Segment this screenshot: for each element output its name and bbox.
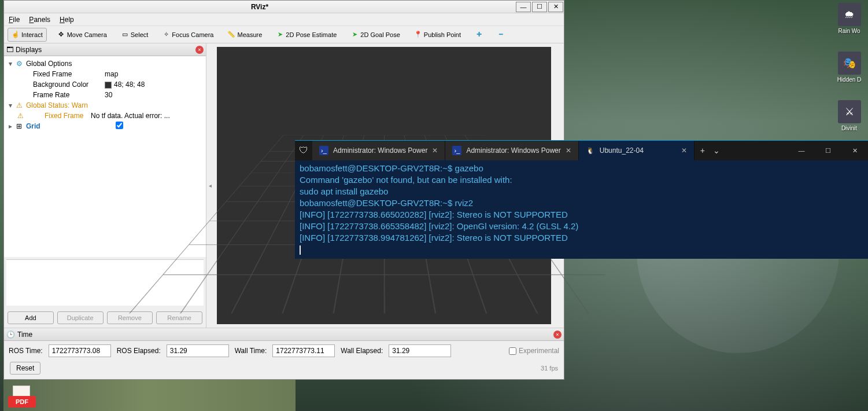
tab-close-icon[interactable]: ✕ [566,146,571,155]
maximize-button[interactable]: ☐ [532,2,547,12]
color-swatch [105,82,112,89]
move-icon: ✥ [57,31,65,39]
terminal-tabs: ›_ Administrator: Windows Power ✕ ›_ Adm… [312,141,695,160]
row-value[interactable]: 30 [105,91,204,99]
tux-icon: 🐧 [586,146,595,155]
expander-icon[interactable]: ▸ [6,122,14,130]
displays-tree[interactable]: ▾ ⚙ Global Options Fixed Frame map Backg… [4,56,206,257]
displays-title: Displays [16,46,42,54]
tab-dropdown-icon[interactable]: ⌄ [713,146,720,155]
ros-elapsed-label: ROS Elapsed: [117,347,161,355]
terminal-titlebar[interactable]: 🛡 ›_ Administrator: Windows Power ✕ ›_ A… [295,141,868,160]
pin-icon: 📍 [414,31,422,39]
time-header[interactable]: 🕒 Time × [4,328,564,341]
select-icon: ▭ [121,31,129,39]
row-label: Background Color [6,80,105,89]
close-button[interactable]: ✕ [841,141,868,160]
tool-plus[interactable]: ✚ [471,28,486,41]
window-controls: — ☐ ✕ [515,2,564,12]
tool-minus[interactable]: ━ [493,28,508,41]
panel-close-icon[interactable]: × [553,331,562,339]
menu-file[interactable]: File [9,16,20,24]
cursor-icon: ☝ [12,31,20,39]
tree-row-global-status[interactable]: ▾ ⚠ Global Status: Warn [4,100,206,111]
panel-close-icon[interactable]: × [195,46,204,54]
app-icon: ⚔ [838,100,861,123]
minus-icon: ━ [497,31,505,39]
terminal-line: [INFO] [1722773738.994781262] [rviz2]: S… [300,232,863,244]
tree-row-global-options[interactable]: ▾ ⚙ Global Options [4,58,206,69]
tool-goal-pose[interactable]: ➤2D Goal Pose [347,28,403,41]
rviz-titlebar[interactable]: RViz* — ☐ ✕ [4,1,564,13]
tree-row-grid[interactable]: ▸ ⊞ Grid [4,121,206,131]
terminal-line: [INFO] [1722773738.665020282] [rviz2]: S… [300,209,863,221]
row-value[interactable] [116,122,204,131]
tool-interact[interactable]: ☝Interact [8,28,47,42]
row-label: Fixed Frame [6,70,105,78]
tool-measure[interactable]: 📏Measure [224,28,265,41]
add-button[interactable]: Add [8,311,54,324]
tab-close-icon[interactable]: ✕ [432,146,438,155]
app-icon: 🎭 [838,52,861,75]
menu-help[interactable]: Help [60,16,74,24]
terminal-line: bobamosfett@DESKTOP-GRV2T8R:~$ gazebo [300,163,863,174]
tree-row-fixed-frame[interactable]: Fixed Frame map [4,69,206,79]
terminal-window: 🛡 ›_ Administrator: Windows Power ✕ ›_ A… [295,140,868,259]
row-value[interactable]: map [105,70,204,78]
displays-header[interactable]: 🗔 Displays × [4,43,206,56]
powershell-icon: ›_ [452,146,461,155]
tree-row-bg-color[interactable]: Background Color 48; 48; 48 [4,79,206,90]
wall-elapsed-input[interactable] [389,344,451,357]
desktop-icon-pdf[interactable]: PDF [8,386,37,409]
pdf-badge: PDF [8,396,36,408]
row-label: Fixed Frame [27,112,91,120]
desktop-icons-column: 🌧 Rain Wo 🎭 Hidden D ⚔ Divinit [833,3,865,131]
desktop-icon-divinity[interactable]: ⚔ Divinit [833,100,865,131]
powershell-icon: ›_ [319,146,328,155]
expander-icon[interactable]: ▾ [6,101,14,109]
tool-move-camera[interactable]: ✥Move Camera [54,28,110,41]
app-icon: 🌧 [838,3,861,26]
tool-pose-estimate[interactable]: ➤2D Pose Estimate [272,28,340,41]
tab-controls: + ⌄ [695,146,726,155]
row-label: Grid [26,122,116,130]
experimental-checkbox[interactable] [509,347,516,355]
desktop-icon-rain[interactable]: 🌧 Rain Wo [833,3,865,34]
terminal-body[interactable]: bobamosfett@DESKTOP-GRV2T8R:~$ gazebo Co… [295,160,868,259]
terminal-tab-ps1[interactable]: ›_ Administrator: Windows Power ✕ [312,141,445,160]
wall-time-input[interactable] [272,344,335,357]
terminal-tab-ubuntu[interactable]: 🐧 Ubuntu_22-04 ✕ [579,141,695,160]
minimize-button[interactable]: — [516,2,531,12]
maximize-button[interactable]: ☐ [815,141,841,160]
shield-icon: 🛡 [295,145,312,156]
tree-row-fixed-frame-warn[interactable]: ⚠ Fixed Frame No tf data. Actual error: … [4,111,206,121]
icon-label: Hidden D [837,76,862,83]
ros-time-input[interactable] [49,344,111,357]
terminal-tab-ps2[interactable]: ›_ Administrator: Windows Power ✕ [445,141,578,160]
grid-checkbox[interactable] [116,122,123,129]
ros-elapsed-input[interactable] [167,344,229,357]
terminal-cursor-line [300,244,863,255]
menu-panels[interactable]: Panels [29,16,50,24]
row-label: Global Status: Warn [26,101,116,109]
desktop-icon-hidden[interactable]: 🎭 Hidden D [833,52,865,83]
row-value[interactable]: 48; 48; 48 [105,80,204,89]
expander-icon[interactable]: ▾ [6,60,14,68]
wall-time-label: Wall Time: [235,347,267,355]
tool-focus-camera[interactable]: ✧Focus Camera [158,28,217,41]
reset-button[interactable]: Reset [10,362,40,375]
tree-row-frame-rate[interactable]: Frame Rate 30 [4,90,206,100]
tool-select[interactable]: ▭Select [117,28,152,41]
experimental-row: Experimental [509,347,559,355]
new-tab-button[interactable]: + [700,146,705,155]
panel-icon: 🗔 [6,46,13,54]
terminal-line: [INFO] [1722773738.665358482] [rviz2]: O… [300,221,863,232]
fps-label: 31 fps [541,365,558,372]
close-button[interactable]: ✕ [548,2,563,12]
duplicate-button: Duplicate [57,311,104,324]
minimize-button[interactable]: — [788,141,815,160]
tab-close-icon[interactable]: ✕ [681,146,687,155]
tool-publish-point[interactable]: 📍Publish Point [411,28,464,41]
window-title: RViz* [4,3,515,11]
arrow-green-icon: ➤ [350,31,359,39]
